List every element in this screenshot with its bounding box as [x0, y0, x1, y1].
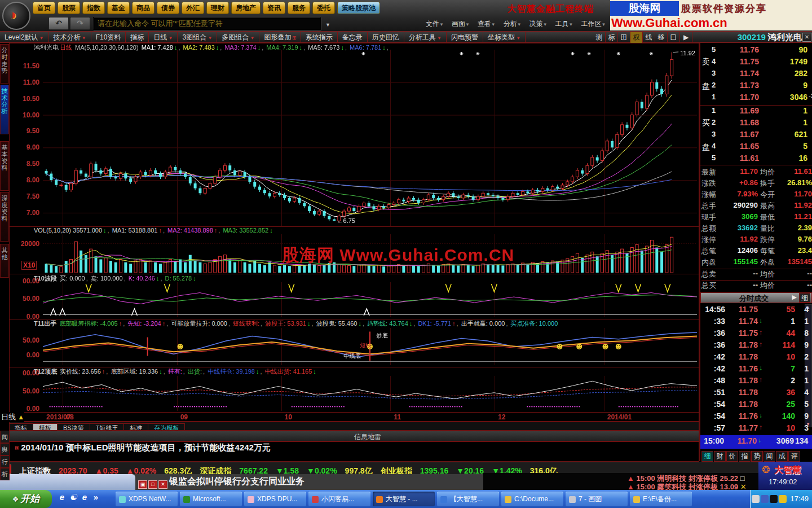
toolbar-icon-测[interactable]: 测: [593, 32, 606, 43]
index-segment: ▲0.02%: [126, 465, 157, 475]
toolbar-item-日线[interactable]: 日线 ▼: [149, 32, 178, 43]
alert-action-icon[interactable]: □: [738, 474, 744, 483]
sidebar-tab-其他[interactable]: 其他: [0, 244, 9, 278]
news-side-tab-行[interactable]: 行: [0, 456, 10, 468]
t11-indicator-chart[interactable]: [43, 328, 697, 365]
quote-tab-成[interactable]: 成: [776, 451, 788, 462]
toolbar-item-图形叠加[interactable]: 图形叠加 ⚿: [259, 32, 301, 43]
main-candlestick-chart[interactable]: [43, 50, 697, 226]
quick-launch-icon[interactable]: ☯: [68, 492, 79, 505]
nav-button-基金[interactable]: 基金: [107, 2, 130, 14]
quote-tab-细[interactable]: 细: [701, 451, 713, 462]
quote-tab-指[interactable]: 指: [739, 451, 751, 462]
toolbar-item-备忘录[interactable]: 备忘录: [338, 32, 368, 43]
command-dropdown-icon[interactable]: ▼: [325, 20, 330, 30]
nav-button-委托[interactable]: 委托: [312, 2, 335, 14]
nav-button-债券[interactable]: 债券: [157, 2, 179, 14]
window-control-icon[interactable]: ▣: [138, 480, 147, 489]
sidebar-tab-分时走势[interactable]: 分时走势: [0, 44, 9, 84]
tray-icon[interactable]: [779, 495, 787, 503]
toolbar-icon-移[interactable]: 移: [655, 32, 668, 43]
nav-button-资讯[interactable]: 资讯: [263, 2, 285, 14]
toolbar-item-分析工具[interactable]: 分析工具 ▼: [404, 32, 447, 43]
tray-icon[interactable]: [770, 495, 778, 503]
period-label[interactable]: 日线 ▲: [1, 412, 24, 422]
task-button[interactable]: C:\Docume...: [501, 492, 563, 506]
quick-launch-expand-icon[interactable]: »: [90, 492, 102, 505]
back-button[interactable]: ↶: [48, 17, 69, 30]
forward-button[interactable]: ↷: [70, 17, 90, 30]
t12-indicator-chart[interactable]: [43, 376, 697, 411]
nav-button-股票[interactable]: 股票: [58, 2, 80, 14]
tray-icon[interactable]: [752, 495, 760, 503]
nav-button-首页[interactable]: 首页: [33, 2, 55, 14]
quote-tab-评[interactable]: 评: [788, 451, 800, 462]
toolbar-icon-线[interactable]: 线: [643, 32, 655, 43]
info-mine-bar[interactable]: 信息地雷: [9, 431, 699, 441]
window-control-icon[interactable]: ✕: [158, 480, 167, 489]
menu-分析[interactable]: 分析▼: [504, 19, 522, 29]
sidebar-tab-基本资料[interactable]: 基本资料: [0, 141, 9, 191]
task-button[interactable]: XDPS DPU...: [244, 492, 306, 506]
task-button[interactable]: 7 - 画图: [566, 492, 628, 506]
toolbar-item-坐标类型[interactable]: 坐标类型 ▼: [483, 32, 526, 43]
close-chart-icon[interactable]: ✕: [802, 33, 811, 42]
toolbar-item-指标[interactable]: 指标: [126, 32, 149, 43]
task-button[interactable]: 【大智慧...: [437, 492, 499, 506]
menu-画面[interactable]: 画面▼: [452, 19, 470, 29]
task-button[interactable]: 大智慧 - ...: [373, 492, 435, 506]
toolbar-icon-口[interactable]: 口: [668, 32, 680, 43]
menu-查看[interactable]: 查看▼: [478, 19, 496, 29]
time-sales-row: :5411.78255: [701, 400, 806, 411]
toolbar-item-Level2默认[interactable]: Level2默认 ▼: [0, 32, 49, 43]
play-icon[interactable]: ▶: [792, 294, 797, 301]
news-side-tab-闻[interactable]: 闻: [0, 431, 10, 443]
sidebar-tab-深度资料[interactable]: 深度资料: [0, 192, 9, 242]
menu-工作区[interactable]: 工作区▼: [581, 19, 606, 29]
news-line[interactable]: ¤2014/01/10 预中标LED照明节能改造项目，预计节能收益4242万元: [9, 443, 699, 461]
task-button[interactable]: E:\E\备份...: [630, 492, 692, 506]
toolbar-item-多图组合[interactable]: 多图组合 ▼: [217, 32, 259, 43]
toolbar-item-F10资料[interactable]: F10资料: [91, 32, 126, 43]
quote-tab-财[interactable]: 财: [714, 451, 726, 462]
nav-button-房地产[interactable]: 房地产: [231, 2, 261, 14]
command-input[interactable]: 请在此输入命令 可以用'*'匹配任意字符▼: [93, 17, 321, 30]
task-button[interactable]: Microsoft...: [180, 492, 242, 506]
toolbar-item-技术分析[interactable]: 技术分析 ▼: [49, 32, 91, 43]
toolbar-item-3图组合[interactable]: 3图组合 ▼: [178, 32, 217, 43]
toolbar-icon-权[interactable]: 权: [630, 32, 643, 43]
menu-工具[interactable]: 工具▼: [555, 19, 573, 29]
t10-indicator-chart[interactable]: [43, 282, 697, 317]
nav-button-服务[interactable]: 服务: [288, 2, 310, 14]
task-button[interactable]: XDPS NetW...: [116, 492, 178, 506]
quote-tab-势[interactable]: 势: [751, 451, 763, 462]
nav-button-商品[interactable]: 商品: [132, 2, 155, 14]
ticker-window-tab[interactable]: [0, 474, 135, 490]
ask-row: 511.7690: [712, 45, 812, 57]
toolbar-item-历史回忆[interactable]: 历史回忆: [368, 32, 404, 43]
nav-button-指数[interactable]: 指数: [82, 2, 105, 14]
date-label-2014/01: 2014/01: [607, 413, 632, 421]
menu-文件[interactable]: 文件▼: [426, 19, 444, 29]
news-side-tab-析[interactable]: 析: [0, 468, 10, 480]
toolbar-item-系统指示[interactable]: 系统指示: [301, 32, 338, 43]
toolbar-icon-标[interactable]: 标: [606, 32, 618, 43]
sidebar-tab-技术分析[interactable]: 技术分析: [0, 85, 9, 134]
quick-launch-icon[interactable]: e: [79, 492, 90, 505]
strategy-pool-button[interactable]: 策略股票池: [337, 2, 380, 14]
task-button[interactable]: 小闪客易...: [308, 492, 370, 506]
tray-icon[interactable]: [761, 495, 769, 503]
quick-launch-icon[interactable]: e: [56, 492, 68, 505]
detail-button[interactable]: 细: [799, 293, 810, 303]
start-button[interactable]: ❖开始: [0, 490, 52, 508]
quote-tab-价[interactable]: 价: [726, 451, 738, 462]
window-control-icon[interactable]: □: [148, 480, 157, 489]
menu-决策[interactable]: 决策▼: [529, 19, 548, 29]
toolbar-icon-▶[interactable]: ▶: [680, 32, 692, 43]
toolbar-icon-田[interactable]: 田: [618, 32, 630, 43]
news-side-tab-舆[interactable]: 舆: [0, 443, 10, 456]
nav-button-外汇[interactable]: 外汇: [182, 2, 204, 14]
nav-button-理财[interactable]: 理财: [206, 2, 229, 14]
quote-tab-闻[interactable]: 闻: [764, 451, 775, 462]
toolbar-item-闪电预警[interactable]: 闪电预警: [447, 32, 483, 43]
